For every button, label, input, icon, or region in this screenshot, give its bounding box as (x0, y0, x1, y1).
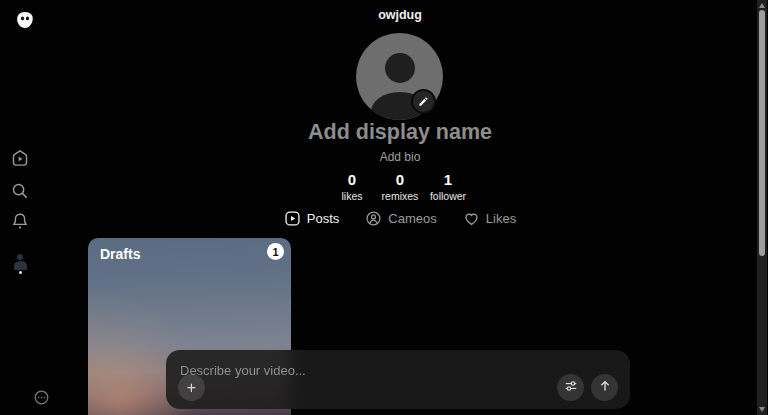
stat-remixes[interactable]: 0 remixes (376, 172, 424, 202)
stat-remixes-value: 0 (376, 172, 424, 188)
tab-likes[interactable]: Likes (463, 210, 516, 227)
stat-follower[interactable]: 1 follower (424, 172, 472, 202)
bell-icon (11, 212, 29, 230)
stat-likes[interactable]: 0 likes (328, 172, 376, 202)
sidebar-item-profile[interactable] (11, 250, 29, 268)
arrow-up-icon (598, 379, 612, 396)
profile-tabs: Posts Cameos Likes (40, 210, 760, 227)
scrollbar-thumb[interactable] (759, 10, 765, 256)
add-attachment-button[interactable]: + (178, 374, 205, 401)
tab-posts-label: Posts (307, 211, 340, 226)
video-settings-button[interactable] (557, 374, 584, 401)
avatar-silhouette-head (385, 53, 415, 83)
home-feed-icon (11, 149, 29, 167)
scroll-down-arrow[interactable] (759, 407, 765, 412)
scroll-up-arrow[interactable] (759, 3, 765, 8)
tab-likes-label: Likes (486, 211, 516, 226)
help-ellipsis-icon[interactable] (34, 390, 49, 405)
tab-cameos[interactable]: Cameos (365, 210, 436, 227)
sidebar (0, 0, 40, 415)
sora-logo[interactable] (14, 10, 36, 32)
cameos-icon (365, 210, 382, 227)
stat-remixes-label: remixes (376, 190, 424, 202)
stat-likes-value: 0 (328, 172, 376, 188)
posts-icon (284, 210, 301, 227)
sidebar-item-search[interactable] (11, 182, 29, 200)
add-bio[interactable]: Add bio (40, 150, 760, 164)
video-prompt-composer: + (166, 350, 630, 409)
sliders-icon (564, 379, 578, 396)
drafts-count-badge: 1 (267, 243, 284, 260)
plus-icon: + (187, 380, 196, 396)
drafts-title: Drafts (100, 246, 140, 262)
add-display-name[interactable]: Add display name (40, 120, 760, 145)
tab-posts[interactable]: Posts (284, 210, 340, 227)
prompt-input[interactable] (180, 360, 510, 380)
stat-follower-label: follower (424, 190, 472, 202)
likes-heart-icon (463, 210, 480, 227)
active-page-dot (19, 271, 22, 274)
edit-avatar-button[interactable] (411, 89, 436, 114)
pencil-icon (418, 93, 429, 111)
stat-follower-value: 1 (424, 172, 472, 188)
stat-likes-label: likes (328, 190, 376, 202)
tab-cameos-label: Cameos (388, 211, 436, 226)
sora-profile-page: owjdug Add display name Add bio 0 likes … (0, 0, 768, 415)
sidebar-item-home[interactable] (11, 149, 29, 167)
sidebar-item-notifications[interactable] (11, 212, 29, 230)
profile-stats: 0 likes 0 remixes 1 follower (40, 172, 760, 202)
search-icon (11, 182, 29, 200)
vertical-scrollbar[interactable] (757, 0, 767, 415)
submit-prompt-button[interactable] (591, 374, 618, 401)
page-title-username: owjdug (40, 8, 760, 22)
